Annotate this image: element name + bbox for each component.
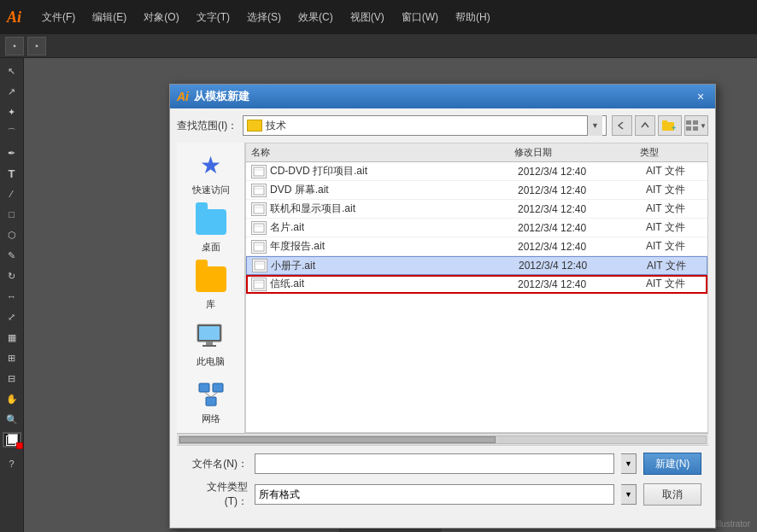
nav-newfolder-button[interactable]: + xyxy=(658,115,682,136)
menu-text[interactable]: 文字(T) xyxy=(193,9,233,26)
tool-paint[interactable]: ⬡ xyxy=(3,225,21,244)
toolbar-strip: ▪ ▪ xyxy=(0,34,757,58)
nav-item-desktop-label: 桌面 xyxy=(202,241,220,254)
folder-icon xyxy=(247,120,262,132)
search-box[interactable]: 技术 ▼ xyxy=(243,115,607,136)
menu-window[interactable]: 窗口(W) xyxy=(398,9,442,26)
search-dropdown-arrow[interactable]: ▼ xyxy=(587,115,602,136)
file-type: AIT 文件 xyxy=(646,202,708,216)
nav-views-button[interactable]: ▼ xyxy=(684,115,708,136)
svg-rect-28 xyxy=(255,261,265,270)
toolbar-icon-2[interactable]: ▪ xyxy=(27,37,46,56)
nav-item-network[interactable]: 网络 xyxy=(182,378,240,425)
menu-object[interactable]: 对象(O) xyxy=(140,9,182,26)
tool-select[interactable]: ↖ xyxy=(3,61,21,80)
tool-pencil[interactable]: ✎ xyxy=(3,246,21,265)
filename-label: 文件名(N)： xyxy=(184,457,248,471)
dialog-title: 从模板新建 xyxy=(194,89,249,104)
file-date: 2012/3/4 12:40 xyxy=(518,241,646,253)
menu-bar: Ai 文件(F) 编辑(E) 对象(O) 文字(T) 选择(S) 效果(C) 视… xyxy=(0,0,757,34)
tool-hand[interactable]: ✋ xyxy=(3,389,21,408)
file-name: 年度报告.ait xyxy=(270,239,518,254)
file-name: 小册子.ait xyxy=(271,259,519,273)
nav-item-library[interactable]: 库 xyxy=(182,264,240,311)
library-folder-icon xyxy=(196,264,226,295)
tool-rotate[interactable]: ↻ xyxy=(3,266,21,285)
tool-scale[interactable]: ⤢ xyxy=(3,307,21,326)
file-date: 2012/3/4 12:40 xyxy=(518,184,646,196)
file-type: AIT 文件 xyxy=(646,164,708,178)
file-icon xyxy=(251,165,267,178)
file-row[interactable]: DVD 屏幕.ait2012/3/4 12:40AIT 文件 xyxy=(246,181,707,200)
file-icon xyxy=(251,240,267,254)
nav-item-quickaccess[interactable]: ★ 快速访问 xyxy=(182,149,240,196)
file-date: 2012/3/4 12:40 xyxy=(518,203,646,215)
column-name-header: 名称 xyxy=(246,146,514,159)
tool-rect[interactable]: □ xyxy=(3,205,21,224)
nav-item-network-label: 网络 xyxy=(202,412,220,425)
file-icon xyxy=(251,278,267,291)
file-row[interactable]: 年度报告.ait2012/3/4 12:40AIT 文件 xyxy=(246,237,707,256)
scroll-thumb[interactable] xyxy=(179,436,496,443)
svg-rect-1 xyxy=(249,121,254,124)
cancel-button[interactable]: 取消 xyxy=(643,483,701,506)
svg-rect-15 xyxy=(206,397,216,406)
nav-item-thispc[interactable]: 此电脑 xyxy=(182,321,240,368)
file-row[interactable]: 名片.ait2012/3/4 12:40AIT 文件 xyxy=(246,219,707,237)
column-type-header: 类型 xyxy=(640,146,707,159)
menu-edit[interactable]: 编辑(E) xyxy=(89,9,130,26)
tool-reflect[interactable]: ↔ xyxy=(3,287,21,306)
tool-lasso[interactable]: ⌒ xyxy=(3,123,21,142)
svg-rect-13 xyxy=(199,383,209,392)
tool-magic-wand[interactable]: ✦ xyxy=(3,102,21,121)
svg-rect-10 xyxy=(199,326,220,340)
tool-pen[interactable]: ✒ xyxy=(3,143,21,162)
menu-effect[interactable]: 效果(C) xyxy=(295,9,337,26)
search-text: 技术 xyxy=(266,119,587,133)
filename-dropdown-arrow[interactable]: ▼ xyxy=(621,453,637,474)
file-name: 名片.ait xyxy=(270,220,518,235)
svg-rect-26 xyxy=(254,243,264,251)
toolbar-icon-1[interactable]: ▪ xyxy=(5,37,24,56)
tool-graph[interactable]: ▦ xyxy=(3,328,21,347)
filetype-dropdown-arrow[interactable]: ▼ xyxy=(621,484,637,505)
svg-line-16 xyxy=(204,392,211,397)
nav-item-desktop[interactable]: 桌面 xyxy=(182,207,240,254)
svg-rect-8 xyxy=(693,126,698,131)
app-logo: Ai xyxy=(7,9,21,26)
file-row[interactable]: 信纸.ait2012/3/4 12:40AIT 文件 xyxy=(246,275,707,294)
file-type: AIT 文件 xyxy=(646,239,708,254)
tool-artboard[interactable]: ⊞ xyxy=(3,348,21,367)
scroll-track[interactable] xyxy=(179,436,707,444)
filetype-input[interactable] xyxy=(255,484,614,505)
new-button[interactable]: 新建(N) xyxy=(643,453,701,475)
column-date-header: 修改日期 xyxy=(514,146,640,159)
menu-select[interactable]: 选择(S) xyxy=(244,9,285,26)
menu-view[interactable]: 视图(V) xyxy=(347,9,388,26)
menu-file[interactable]: 文件(F) xyxy=(38,9,79,26)
star-icon: ★ xyxy=(196,149,226,180)
tool-line[interactable]: ∕ xyxy=(3,184,21,203)
file-row[interactable]: 小册子.ait2012/3/4 12:40AIT 文件 xyxy=(246,256,707,275)
tool-zoom[interactable]: 🔍 xyxy=(3,410,21,429)
tool-slice[interactable]: ⊟ xyxy=(3,369,21,388)
nav-up-button[interactable] xyxy=(635,115,655,136)
dialog-close-button[interactable]: × xyxy=(693,89,708,104)
filename-input[interactable] xyxy=(255,453,614,474)
svg-rect-18 xyxy=(254,167,264,176)
tool-question[interactable]: ? xyxy=(3,454,21,473)
nav-item-quickaccess-label: 快速访问 xyxy=(192,184,230,196)
bottom-area: 文件名(N)： ▼ 新建(N) 文件类型(T)： ▼ 取消 xyxy=(177,445,708,521)
tool-direct-select[interactable]: ↗ xyxy=(3,82,21,101)
search-label: 查找范围(I)： xyxy=(177,119,238,133)
tool-type[interactable]: T xyxy=(3,164,21,183)
horizontal-scrollbar[interactable] xyxy=(177,433,708,445)
canvas-area: Illustrator Ai 从模板新建 × 查找范围(I)： xyxy=(24,58,757,532)
file-date: 2012/3/4 12:40 xyxy=(519,260,647,272)
file-row[interactable]: CD-DVD 打印项目.ait2012/3/4 12:40AIT 文件 xyxy=(246,162,707,181)
menu-help[interactable]: 帮助(H) xyxy=(452,9,494,26)
file-row[interactable]: 联机和显示项目.ait2012/3/4 12:40AIT 文件 xyxy=(246,200,707,219)
nav-back-button[interactable] xyxy=(612,115,632,136)
color-indicator[interactable] xyxy=(3,432,21,447)
file-list-area: 名称 修改日期 类型 CD-DVD 打印项目.ait2012/3/4 12:40… xyxy=(245,143,708,433)
